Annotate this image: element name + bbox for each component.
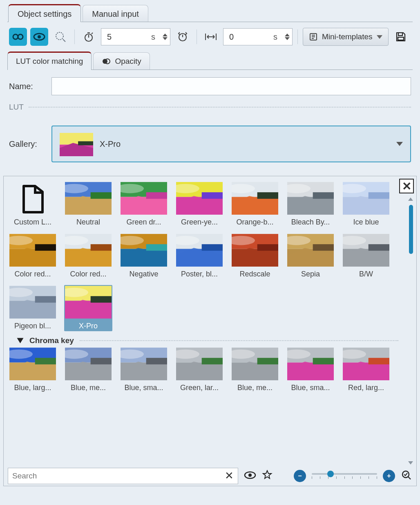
scroll-up-icon[interactable] xyxy=(408,198,413,201)
offset-step-up[interactable] xyxy=(285,34,290,36)
gallery-item-bluemed2[interactable]: Blue, me... xyxy=(231,347,279,393)
visibility-toggle-button[interactable] xyxy=(30,28,48,46)
svg-point-127 xyxy=(248,474,252,477)
offset-input[interactable]: 0 s xyxy=(223,28,293,45)
gallery-item-label: Redscale xyxy=(232,270,278,278)
gallery-item-label: Color red... xyxy=(9,270,56,278)
gallery-item-bluesma2[interactable]: Blue, sma... xyxy=(286,347,335,393)
gallery-item-bluesma1[interactable]: Blue, sma... xyxy=(120,347,168,393)
zoom-slider[interactable] xyxy=(312,473,377,479)
gallery-item-bluelarge[interactable]: Blue, larg... xyxy=(9,347,57,393)
gallery-item-bw[interactable]: B/W xyxy=(342,233,390,279)
clear-search-icon[interactable]: ✕ xyxy=(225,469,234,482)
duration-value: 5 xyxy=(107,32,112,42)
search-input[interactable] xyxy=(12,471,225,480)
gallery-item-label: Blue, sma... xyxy=(287,384,334,392)
svg-rect-39 xyxy=(313,192,334,199)
duration-input[interactable]: 5 s xyxy=(101,28,170,45)
effects-wand-icon[interactable] xyxy=(51,28,69,46)
gallery-item-orangeb[interactable]: Orange-b... xyxy=(231,181,279,227)
tab-object-settings[interactable]: Object settings xyxy=(8,4,81,22)
svg-rect-84 xyxy=(35,296,56,303)
save-button[interactable] xyxy=(392,28,410,46)
gallery-thumb xyxy=(343,348,389,380)
duration-unit: s xyxy=(151,32,155,42)
search-box[interactable]: ✕ xyxy=(8,468,238,484)
gallery-item-label: Green-ye... xyxy=(176,218,223,227)
gallery-item-bleach[interactable]: Bleach By... xyxy=(286,181,335,227)
preview-eye-icon[interactable] xyxy=(244,471,256,481)
gallery-thumb xyxy=(343,234,389,267)
gallery-item-greendr[interactable]: Green dr... xyxy=(120,181,168,227)
gallery-thumb xyxy=(232,234,278,267)
svg-rect-109 xyxy=(202,358,223,364)
gallery-thumb xyxy=(9,182,56,215)
gallery-thumb xyxy=(121,348,167,380)
svg-rect-89 xyxy=(91,296,112,303)
gallery-item-label: Ice blue xyxy=(343,218,389,227)
gallery-item-greenlar[interactable]: Green, lar... xyxy=(175,347,223,393)
scrollbar[interactable] xyxy=(408,198,414,465)
gallery-thumb xyxy=(65,182,112,215)
duration-step-up[interactable] xyxy=(163,34,168,36)
scroll-thumb[interactable] xyxy=(409,205,413,254)
name-input[interactable] xyxy=(51,77,411,95)
gallery-item-label: Poster, bl... xyxy=(176,270,223,278)
favorite-star-icon[interactable] xyxy=(262,470,273,482)
gallery-item-colorred2[interactable]: Color red... xyxy=(64,233,112,279)
gallery-item-negative[interactable]: Negative xyxy=(120,233,168,279)
section-collapse-icon[interactable] xyxy=(17,338,24,343)
tab-lut-color-matching[interactable]: LUT color matching xyxy=(7,52,92,70)
gallery-item-xpro[interactable]: X-Pro xyxy=(64,285,112,331)
zoom-out-button[interactable]: − xyxy=(294,470,306,482)
offset-unit: s xyxy=(273,32,277,42)
gallery-item-custom[interactable]: Custom L... xyxy=(9,181,57,227)
gallery-label: Gallery: xyxy=(9,139,42,149)
gallery-item-label: Orange-b... xyxy=(232,218,278,227)
gallery-item-bluemed1[interactable]: Blue, me... xyxy=(64,347,112,393)
mini-templates-label: Mini-templates xyxy=(322,32,373,41)
svg-rect-99 xyxy=(91,358,112,364)
tab-manual-input[interactable]: Manual input xyxy=(83,5,148,22)
offset-step-down[interactable] xyxy=(285,37,290,40)
gallery-thumb xyxy=(65,234,112,267)
offset-value: 0 xyxy=(229,32,234,42)
scroll-down-icon[interactable] xyxy=(408,461,413,465)
gallery-dropdown[interactable]: X-Pro xyxy=(51,126,411,162)
gallery-thumb xyxy=(65,286,112,319)
svg-rect-19 xyxy=(91,192,112,199)
gallery-item-label: Custom L... xyxy=(9,218,56,227)
close-button[interactable]: ✕ xyxy=(399,179,414,193)
zoom-reset-icon[interactable] xyxy=(401,469,412,483)
duration-step-down[interactable] xyxy=(163,37,168,40)
width-arrows-icon[interactable] xyxy=(202,28,220,46)
gallery-thumb xyxy=(343,182,389,215)
gallery-item-greenye[interactable]: Green-ye... xyxy=(175,181,223,227)
gallery-preview-thumb xyxy=(60,133,93,156)
tab-opacity[interactable]: Opacity xyxy=(93,52,150,70)
chevron-down-icon xyxy=(396,142,403,146)
link-toggle-button[interactable] xyxy=(9,28,27,46)
gallery-item-label: Blue, larg... xyxy=(9,384,56,392)
gallery-item-redscale[interactable]: Redscale xyxy=(231,233,279,279)
mini-templates-dropdown[interactable]: Mini-templates xyxy=(303,28,389,46)
svg-rect-24 xyxy=(146,192,167,199)
svg-rect-54 xyxy=(91,244,112,251)
gallery-item-sepia[interactable]: Sepia xyxy=(286,233,335,279)
gallery-thumb xyxy=(287,182,334,215)
gallery-item-redlarge[interactable]: Red, larg... xyxy=(342,347,390,393)
gallery-item-iceblue[interactable]: Ice blue xyxy=(342,181,390,227)
gallery-item-colorred1[interactable]: Color red... xyxy=(9,233,57,279)
refresh-time-icon[interactable] xyxy=(174,28,192,46)
svg-rect-79 xyxy=(369,244,389,251)
gallery-item-neutral[interactable]: Neutral xyxy=(64,181,112,227)
chroma-key-header: Chroma key xyxy=(29,336,74,345)
stopwatch-icon[interactable] xyxy=(80,28,98,46)
gallery-thumb xyxy=(287,348,334,380)
gallery-item-posterbl[interactable]: Poster, bl... xyxy=(175,233,223,279)
zoom-in-button[interactable]: + xyxy=(383,470,395,482)
gallery-item-pigeon[interactable]: Pigeon bl... xyxy=(9,285,57,331)
zoom-slider-knob[interactable] xyxy=(327,471,334,477)
gallery-thumb xyxy=(176,182,223,215)
gallery-item-label: Blue, sma... xyxy=(121,384,167,392)
